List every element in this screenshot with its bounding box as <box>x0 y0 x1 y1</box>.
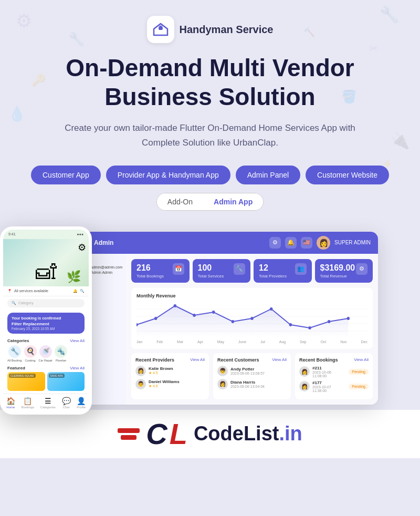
svg-point-11 <box>232 320 235 323</box>
customers-view-all[interactable]: View All <box>272 357 287 362</box>
topbar-flag-icon[interactable]: 🇺🇸 <box>301 237 312 249</box>
stat-icon-providers: 👥 <box>295 263 307 275</box>
chart-labels: Jan Feb Mar Apr May June Jul Aug Sep Oct… <box>136 340 368 344</box>
booking-row-1: 👩 #177 2023-10-07 11:36:00 Pending <box>299 380 369 393</box>
recent-bookings-section: Recent Bookings View All 👩 #211 2023-10-… <box>295 353 373 399</box>
booking-status-1: Pending <box>349 384 369 389</box>
hero-title: On-Demand Multi Vendor Business Solution <box>66 54 354 111</box>
addon-label: Add-On <box>157 193 203 210</box>
stat-card-bookings: 216 Total Bookings 📅 <box>131 259 190 283</box>
mobile-app: 9:41●●● ⚙ 🛋 🌿 📍 All services available 🔔… <box>0 226 92 415</box>
svg-point-10 <box>212 311 215 314</box>
pill-admin-panel[interactable]: Admin Panel <box>236 166 300 184</box>
svg-point-8 <box>174 304 177 307</box>
super-admin-label: SUPER ADMIN <box>334 240 371 245</box>
svg-point-15 <box>308 326 311 329</box>
logo-text: Handyman Service <box>180 24 274 36</box>
mobile-location-bar: 📍 All services available 🔔 🔍 <box>3 286 89 296</box>
nav-home[interactable]: 🏠 Home <box>6 397 15 409</box>
mobile-hero: ⚙ 🛋 🌿 <box>3 239 89 286</box>
featured-card-1: CLEANING SQUAD <box>7 372 45 391</box>
recent-customers-section: Recent Customers View All 👦 Andy Potter … <box>213 353 291 399</box>
main-content: Handyman Service On-Demand Multi Vendor … <box>0 0 420 458</box>
provider-row-0: 👩 Katie Brown ★ 4.5 <box>135 366 205 376</box>
mobile-search-area: 🔍 Category <box>3 296 89 310</box>
topbar-bell-icon[interactable]: 🔔 <box>285 237 297 249</box>
mobile-featured: Featured View All CLEANING SQUAD SAVE 40… <box>3 364 89 394</box>
sidebar-email: admin@admin.com <box>91 265 122 270</box>
preview-section: 9:41●●● ⚙ 🛋 🌿 📍 All services available 🔔… <box>0 232 420 405</box>
customer-avatar-0: 👦 <box>217 366 228 376</box>
stat-icon-bookings: 📅 <box>173 263 184 275</box>
admin-topbar: Admin ⚙ 🔔 🇺🇸 👩 SUPER ADMIN <box>74 232 378 254</box>
svg-point-9 <box>193 314 196 317</box>
pill-customer-app[interactable]: Customer App <box>31 166 101 184</box>
cat-item-0[interactable]: 🔧 All Booking <box>7 345 22 362</box>
chart-area <box>136 302 368 338</box>
provider-avatar-1: 👨 <box>135 379 146 389</box>
mobile-bottom-nav: 🏠 Home 📋 Bookings ☰ Categories 💬 Chat 👤 <box>3 394 89 411</box>
stat-card-services: 100 Total Services 🔧 <box>193 259 251 283</box>
topbar-avatar: 👩 <box>317 236 330 250</box>
provider-avatar-0: 👩 <box>135 366 146 376</box>
customer-row-0: 👦 Andy Potter 2023-09-06 13:08:57 <box>217 366 287 376</box>
customer-avatar-1: 👩 <box>217 379 228 389</box>
nav-chat[interactable]: 💬 Chat <box>62 397 71 409</box>
svg-point-7 <box>154 317 158 320</box>
bookings-title: Recent Bookings <box>299 357 338 363</box>
codelist-logo: C L <box>118 419 187 449</box>
admin-main-content: 216 Total Bookings 📅 100 Total Services <box>126 254 378 405</box>
cat-item-1[interactable]: 🍳 Cooking <box>24 345 37 362</box>
cat-item-2[interactable]: 🚿 Car Repair <box>39 345 53 362</box>
mobile-status-bar: 9:41●●● <box>3 230 89 239</box>
admin-dashboard: Admin ⚙ 🔔 🇺🇸 👩 SUPER ADMIN 👩 <box>74 232 378 405</box>
stat-card-revenue: $3169.00 Total Revenue ⚙ <box>315 259 373 283</box>
chart-section: Monthly Revenue <box>131 288 373 349</box>
bookings-view-all[interactable]: View All <box>354 357 369 362</box>
nav-categories[interactable]: ☰ Categories <box>40 397 56 409</box>
codelist-bar: C L CodeList.in <box>0 410 420 458</box>
svg-point-17 <box>347 317 350 320</box>
addon-row: Add-On Admin App <box>156 193 264 211</box>
pill-customer-website[interactable]: Customer Website <box>306 166 389 184</box>
tables-row: Recent Providers View All 👩 Katie Brown … <box>131 353 373 399</box>
pill-provider-app[interactable]: Provider App & Handyman App <box>106 166 230 184</box>
sidebar-username: Admin Admin <box>91 270 122 275</box>
providers-title: Recent Providers <box>135 357 174 363</box>
svg-point-13 <box>270 307 272 311</box>
booking-status-0: Pending <box>349 369 369 375</box>
booking-row-0: 👩 #211 2023-10-06 11:08:00 Pending <box>299 366 369 378</box>
stat-icon-revenue: ⚙ <box>356 263 368 275</box>
stat-icon-services: 🔧 <box>234 263 245 275</box>
codelist-domain: .in <box>279 422 302 445</box>
svg-point-16 <box>328 320 331 323</box>
addon-active[interactable]: Admin App <box>203 193 263 210</box>
mobile-booking-card: Your booking is confirmed Filter Replace… <box>7 313 85 334</box>
nav-profile[interactable]: 👤 Profile <box>77 397 86 409</box>
codelist-text: CodeList <box>194 422 279 445</box>
pills-row: Customer App Provider App & Handyman App… <box>31 166 389 184</box>
header-logo: Handyman Service <box>147 16 274 43</box>
customer-row-1: 👩 Diana Harris 2023-09-06 13:04:34 <box>217 379 287 389</box>
svg-point-12 <box>250 317 254 320</box>
featured-card-2: SAVE 40% <box>47 372 85 391</box>
admin-brand-label: Admin <box>94 239 113 246</box>
hero-subtitle: Create your own tailor-made Flutter On-D… <box>63 121 357 149</box>
stat-card-providers: 12 Total Providers 👥 <box>254 259 312 283</box>
nav-bookings[interactable]: 📋 Bookings <box>21 397 34 409</box>
booking-avatar-0: 👩 <box>299 366 310 377</box>
logo-icon <box>147 16 174 43</box>
booking-avatar-1: 👩 <box>299 381 310 391</box>
cat-item-3[interactable]: 🔩 Plumber <box>55 345 67 362</box>
providers-view-all[interactable]: View All <box>190 357 205 362</box>
provider-row-1: 👨 Daniel Williams ★ 4.6 <box>135 379 205 389</box>
topbar-settings-icon[interactable]: ⚙ <box>269 237 281 249</box>
chart-title: Monthly Revenue <box>136 293 368 298</box>
stats-row: 216 Total Bookings 📅 100 Total Services <box>131 259 373 283</box>
svg-point-14 <box>289 323 292 326</box>
customers-title: Recent Customers <box>217 357 259 363</box>
mobile-categories: Categories View All 🔧 All Booking 🍳 Cook… <box>3 336 89 364</box>
recent-providers-section: Recent Providers View All 👩 Katie Brown … <box>131 353 209 399</box>
